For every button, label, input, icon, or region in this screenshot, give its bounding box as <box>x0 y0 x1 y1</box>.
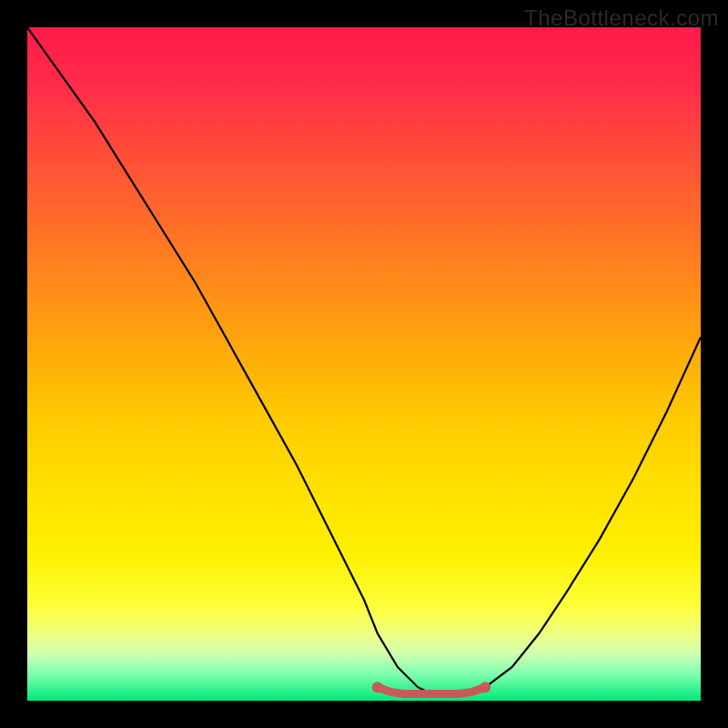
optimal-flat-marker <box>378 687 485 693</box>
svg-point-0 <box>372 682 383 693</box>
bottleneck-curve <box>27 27 701 694</box>
watermark-text: TheBottleneck.com <box>524 5 719 31</box>
chart-container: TheBottleneck.com <box>0 0 728 728</box>
plot-area <box>27 27 701 701</box>
svg-point-1 <box>480 682 490 693</box>
curve-svg <box>27 27 701 701</box>
